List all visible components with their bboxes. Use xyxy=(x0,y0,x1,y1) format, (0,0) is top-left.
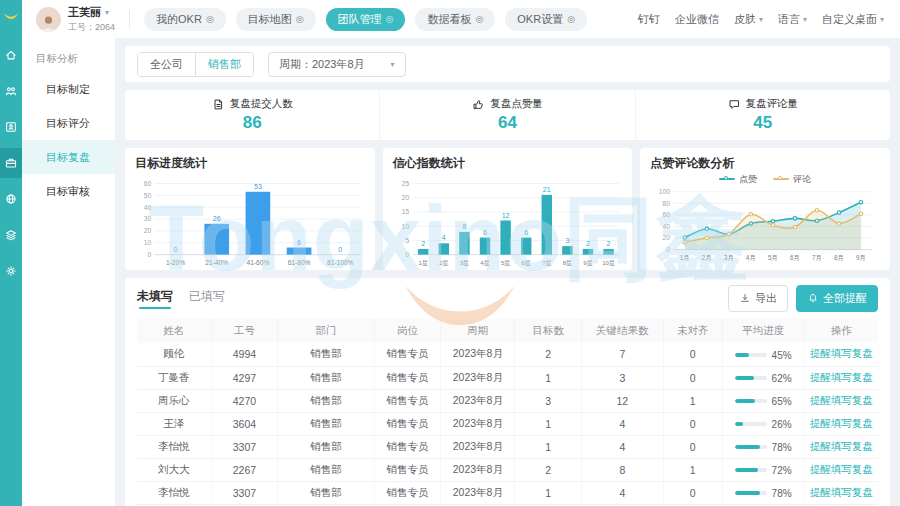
cell-period: 2023年8月 xyxy=(441,412,515,435)
topbar-menu-item-1[interactable]: 企业微信 xyxy=(675,12,719,27)
remind-all-button[interactable]: 全部提醒 xyxy=(796,285,878,312)
progress-bar xyxy=(735,445,767,449)
target-circle-icon: ◎ xyxy=(475,15,483,24)
nav-tab-4[interactable]: OKR设置◎ xyxy=(505,8,587,31)
nav-tab-2[interactable]: 团队管理◎ xyxy=(326,8,406,31)
export-button[interactable]: 导出 xyxy=(728,285,788,312)
rail-item-layers[interactable] xyxy=(0,220,22,250)
cell-name: 王泽 xyxy=(137,412,211,435)
svg-text:80: 80 xyxy=(663,200,671,207)
svg-text:8星: 8星 xyxy=(562,260,571,266)
cell-key-result-count: 8 xyxy=(582,458,664,481)
briefcase-icon xyxy=(4,156,18,170)
svg-text:0: 0 xyxy=(667,246,671,253)
topbar-menu-item-0[interactable]: 钉钉 xyxy=(638,12,660,27)
fill-status-tab-0[interactable]: 未填写 xyxy=(137,288,173,309)
nav-tab-label: 数据看板 xyxy=(427,12,471,27)
rail-item-team[interactable] xyxy=(0,76,22,106)
svg-text:25: 25 xyxy=(401,180,409,187)
globe-icon xyxy=(4,192,18,206)
export-button-label: 导出 xyxy=(755,291,777,306)
svg-text:0: 0 xyxy=(338,246,342,254)
column-header: 部门 xyxy=(278,319,374,343)
nav-tab-1[interactable]: 目标地图◎ xyxy=(236,8,316,31)
topbar-menu-item-3[interactable]: 语言▾ xyxy=(778,12,807,27)
period-select[interactable]: 周期：2023年8月 ▾ xyxy=(268,52,406,77)
chevron-down-icon: ▾ xyxy=(803,15,807,24)
remind-fill-link[interactable]: 提醒填写复盘 xyxy=(810,440,873,452)
cell-key-result-count: 7 xyxy=(582,343,664,366)
avatar xyxy=(36,7,61,32)
topbar-menu-label: 自定义桌面 xyxy=(822,12,877,27)
rail-item-home[interactable] xyxy=(0,40,22,70)
sidebar-item-2[interactable]: 目标复盘 xyxy=(22,140,115,174)
remind-fill-link[interactable]: 提醒填写复盘 xyxy=(810,417,873,429)
svg-text:3: 3 xyxy=(565,237,569,245)
sidebar-section-title: 目标分析 xyxy=(22,52,115,66)
svg-text:60: 60 xyxy=(663,211,671,218)
sidebar-item-1[interactable]: 目标评分 xyxy=(22,106,115,140)
nav-tab-0[interactable]: 我的OKR◎ xyxy=(144,8,226,31)
svg-text:8: 8 xyxy=(462,223,466,231)
stat-card-1: 复盘点赞量64 xyxy=(379,90,634,140)
org-tab-0[interactable]: 全公司 xyxy=(138,53,195,76)
cell-period: 2023年8月 xyxy=(441,366,515,389)
cell-employee-id: 4270 xyxy=(211,389,278,412)
sidebar-item-0[interactable]: 目标制定 xyxy=(22,72,115,106)
left-icon-rail xyxy=(0,0,22,506)
svg-text:2: 2 xyxy=(421,240,425,248)
column-header: 目标数 xyxy=(515,319,582,343)
chart-title: 点赞评论数分析 xyxy=(650,155,880,172)
svg-text:41-60%: 41-60% xyxy=(246,259,269,266)
remind-all-label: 全部提醒 xyxy=(823,291,867,306)
cell-action: 提醒填写复盘 xyxy=(804,343,878,366)
svg-text:40: 40 xyxy=(663,223,671,230)
svg-text:4月: 4月 xyxy=(746,254,756,262)
chevron-down-icon: ▾ xyxy=(105,8,109,17)
topbar-menu-item-4[interactable]: 自定义桌面▾ xyxy=(822,12,884,27)
svg-text:6星: 6星 xyxy=(521,260,530,266)
rail-item-gear[interactable] xyxy=(0,256,22,286)
cell-position: 销售专员 xyxy=(374,412,441,435)
cell-average-progress: 45% xyxy=(722,343,804,366)
confidence-index-chart-card: 信心指数统计 051015202521星42星83星64星125星66星217星… xyxy=(383,148,633,270)
team-icon xyxy=(4,84,18,98)
svg-text:2星: 2星 xyxy=(439,260,448,266)
org-tab-1[interactable]: 销售部 xyxy=(195,53,253,76)
progress-label: 78% xyxy=(772,488,792,499)
cell-goal-count: 1 xyxy=(515,481,582,504)
rail-item-globe[interactable] xyxy=(0,184,22,214)
remind-fill-link[interactable]: 提醒填写复盘 xyxy=(810,463,873,475)
topbar-menu-label: 语言 xyxy=(778,12,800,27)
fill-status-tab-1[interactable]: 已填写 xyxy=(189,288,225,309)
stat-label: 复盘点赞量 xyxy=(490,97,543,111)
filter-bar: 全公司销售部 周期：2023年8月 ▾ xyxy=(125,46,890,82)
remind-fill-link[interactable]: 提醒填写复盘 xyxy=(810,394,873,406)
rail-item-briefcase[interactable] xyxy=(0,148,22,178)
remind-fill-link[interactable]: 提醒填写复盘 xyxy=(810,347,873,359)
user-menu[interactable]: 王芙丽▾ 工号：2064 xyxy=(36,5,115,34)
nav-tab-label: 我的OKR xyxy=(156,12,202,27)
nav-tab-3[interactable]: 数据看板◎ xyxy=(415,8,495,31)
progress-bar xyxy=(735,491,767,495)
cell-unaligned-count: 0 xyxy=(663,366,722,389)
divider xyxy=(129,10,130,28)
svg-text:50: 50 xyxy=(144,192,152,199)
progress-bar xyxy=(735,422,767,426)
org-scope-toggle: 全公司销售部 xyxy=(137,52,254,77)
rail-item-profile-card[interactable] xyxy=(0,112,22,142)
brand-logo[interactable] xyxy=(0,0,22,34)
remind-fill-link[interactable]: 提醒填写复盘 xyxy=(810,371,873,383)
likes-comments-line-chart: 0204060801001月2月3月4月5月6月7月8月9月 xyxy=(650,187,880,263)
sidebar: 目标分析 目标制定目标评分目标复盘目标审核 xyxy=(22,38,115,506)
remind-fill-link[interactable]: 提醒填写复盘 xyxy=(810,486,873,498)
legend-item-0[interactable]: 点赞 xyxy=(719,173,757,186)
svg-text:9月: 9月 xyxy=(856,254,866,262)
legend-item-1[interactable]: 评论 xyxy=(773,173,811,186)
cell-key-result-count: 4 xyxy=(582,435,664,458)
svg-text:3月: 3月 xyxy=(724,254,734,262)
svg-text:21-40%: 21-40% xyxy=(205,259,228,266)
topbar-menu-item-2[interactable]: 皮肤▾ xyxy=(734,12,763,27)
sidebar-item-3[interactable]: 目标审核 xyxy=(22,174,115,208)
cell-period: 2023年8月 xyxy=(441,389,515,412)
